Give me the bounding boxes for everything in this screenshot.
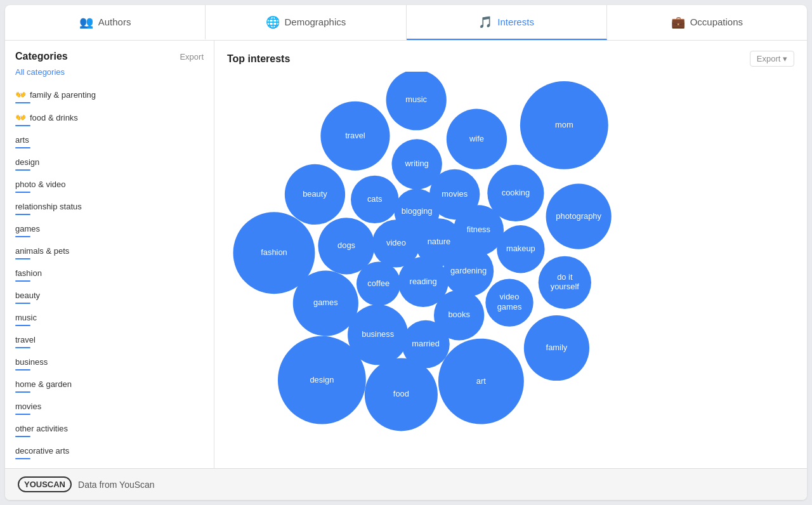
bubble-label: married — [412, 339, 440, 348]
sidebar-title: Categories — [15, 51, 68, 62]
occupations-icon: 💼 — [671, 15, 685, 29]
bubble-wife[interactable]: wife — [447, 109, 507, 169]
category-name: fashion — [15, 268, 204, 278]
bubble-design[interactable]: design — [278, 336, 366, 424]
bubble-art[interactable]: art — [438, 339, 524, 424]
category-underline — [15, 258, 30, 259]
category-name: other activities — [15, 424, 204, 433]
category-name: arts — [15, 135, 204, 145]
demographics-label: Demographics — [285, 16, 346, 27]
authors-label: Authors — [98, 16, 131, 27]
sidebar-export-button[interactable]: Export — [180, 52, 204, 62]
logo-badge: YOUSCAN — [18, 476, 72, 492]
tab-occupations[interactable]: 💼 Occupations — [607, 5, 807, 40]
occupations-label: Occupations — [690, 16, 743, 27]
bubble-food[interactable]: food — [365, 358, 438, 431]
footer-text: Data from YouScan — [78, 480, 155, 490]
youscan-logo: YOUSCAN — [18, 476, 72, 492]
bubble-label: video — [386, 238, 406, 247]
sidebar-item-travel[interactable]: travel — [15, 330, 204, 352]
category-name: home & garden — [15, 379, 204, 389]
bubble-photography[interactable]: photography — [546, 184, 612, 249]
bubble-label: makeup — [506, 244, 535, 253]
bubble-label: beauty — [303, 189, 327, 199]
bubble-chart: mommusictravelwifewritingbeautycatsmovie… — [214, 72, 807, 468]
bubble-label: travel — [345, 131, 365, 140]
sidebar-item-animals-&-pets[interactable]: animals & pets — [15, 241, 204, 263]
sidebar: Categories Export All categories 👐family… — [5, 41, 214, 468]
bubble-label: music — [405, 95, 427, 104]
bubble-label: wife — [469, 134, 484, 143]
bubble-do-it-yourself[interactable]: do ityourself — [539, 256, 591, 309]
category-underline — [15, 414, 30, 415]
bubble-gardening[interactable]: gardening — [443, 246, 494, 296]
tab-demographics[interactable]: 🌐 Demographics — [206, 5, 406, 40]
tab-authors[interactable]: 👥 Authors — [5, 5, 206, 40]
bubble-music[interactable]: music — [386, 72, 447, 130]
bubble-travel[interactable]: travel — [320, 102, 390, 171]
bubble-family[interactable]: family — [524, 315, 589, 381]
bubble-label: books — [448, 310, 469, 319]
demographics-icon: 🌐 — [266, 15, 280, 29]
bubble-beauty[interactable]: beauty — [285, 164, 345, 225]
category-underline — [15, 347, 30, 348]
category-name: movies — [15, 402, 204, 411]
bubble-label: writing — [405, 159, 429, 168]
sidebar-item-movies[interactable]: movies — [15, 397, 204, 419]
category-name: design — [15, 157, 204, 167]
bubble-label: gardening — [450, 266, 487, 275]
category-underline — [15, 436, 30, 437]
category-name: animals & pets — [15, 246, 204, 256]
category-underline — [15, 303, 30, 304]
bubble-label: family — [546, 343, 568, 352]
sidebar-item-business[interactable]: business — [15, 352, 204, 374]
sidebar-header: Categories Export — [5, 41, 214, 67]
sidebar-item-design[interactable]: design — [15, 152, 204, 174]
sidebar-item-beauty[interactable]: beauty — [15, 285, 204, 308]
sidebar-item-arts[interactable]: arts — [15, 130, 204, 152]
all-categories-link[interactable]: All categories — [15, 67, 204, 77]
category-underline — [15, 325, 30, 326]
bubble-cats[interactable]: cats — [351, 176, 398, 223]
bubble-label: fashion — [261, 247, 287, 257]
sidebar-item-other-activities[interactable]: other activities — [15, 419, 204, 441]
bubble-label: reading — [410, 277, 437, 286]
bubble-makeup[interactable]: makeup — [497, 225, 544, 273]
sidebar-item-home-&-garden[interactable]: home & garden — [15, 374, 204, 397]
category-underline — [15, 169, 30, 171]
interests-icon: 🎵 — [478, 15, 492, 29]
sidebar-item-relationship-status[interactable]: relationship status — [15, 197, 204, 219]
category-name: games — [15, 224, 204, 233]
category-name: business — [15, 357, 204, 367]
category-name: decorative arts — [15, 446, 204, 456]
bubble-label: cats — [367, 194, 383, 204]
bubble-label: art — [476, 376, 486, 386]
authors-icon: 👥 — [79, 15, 93, 29]
bubble-games[interactable]: games — [293, 270, 358, 336]
sidebar-item-decorative-arts[interactable]: decorative arts — [15, 441, 204, 463]
bubble-label: cooking — [502, 188, 530, 197]
category-name: 👐food & drinks — [15, 112, 204, 122]
sidebar-item-photo-&-video[interactable]: photo & video — [15, 174, 204, 197]
category-underline — [15, 147, 30, 148]
sidebar-item-music[interactable]: music — [15, 308, 204, 330]
category-name: 👐family & parenting — [15, 89, 204, 100]
category-underline — [15, 369, 30, 371]
sidebar-item-family-&-parenting[interactable]: 👐family & parenting — [15, 84, 204, 107]
sidebar-item-food-&-drinks[interactable]: 👐food & drinks — [15, 107, 204, 130]
category-name: photo & video — [15, 180, 204, 189]
tab-interests[interactable]: 🎵 Interests — [407, 5, 607, 40]
main-layout: Categories Export All categories 👐family… — [5, 41, 807, 468]
bubble-video-games[interactable]: videogames — [485, 279, 533, 326]
category-underline — [15, 280, 30, 282]
sidebar-item-games[interactable]: games — [15, 219, 204, 241]
footer: YOUSCAN Data from YouScan — [5, 468, 807, 500]
bubble-label: videogames — [497, 292, 522, 312]
category-underline — [15, 236, 30, 237]
bubble-label: photography — [556, 211, 601, 221]
category-underline — [15, 102, 30, 103]
bubble-coffee[interactable]: coffee — [357, 262, 400, 306]
bubble-mom[interactable]: mom — [520, 81, 608, 169]
export-button[interactable]: Export ▾ — [750, 51, 794, 67]
sidebar-item-fashion[interactable]: fashion — [15, 263, 204, 285]
